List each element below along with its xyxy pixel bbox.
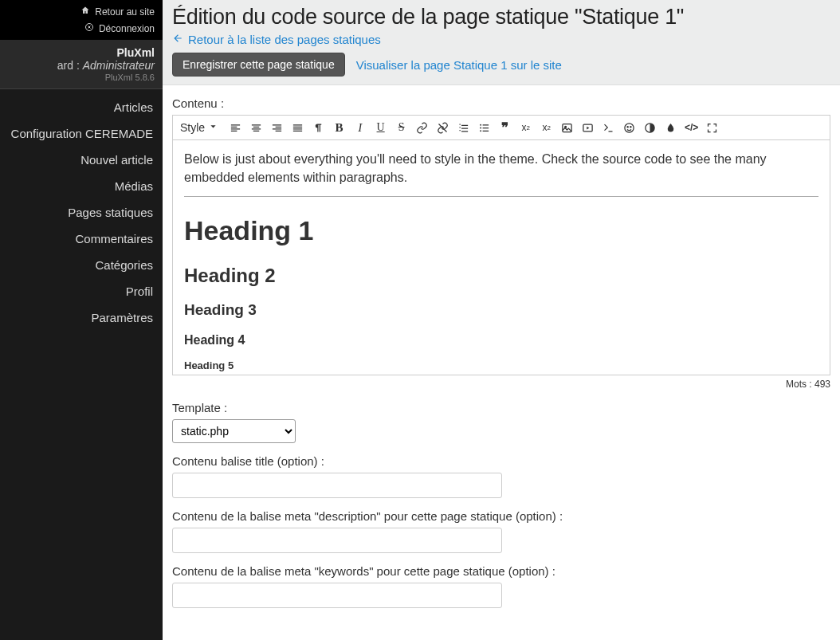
svg-point-2 <box>480 127 481 128</box>
user-role: Administrateur <box>83 59 155 72</box>
style-dropdown[interactable]: Style <box>178 119 222 136</box>
quote-icon[interactable]: ❞ <box>498 121 512 135</box>
fullscreen-icon[interactable] <box>705 121 719 135</box>
ordered-list-icon[interactable] <box>457 121 470 135</box>
user-name: ard <box>57 59 73 72</box>
editor-h4: Heading 4 <box>184 331 818 349</box>
svg-point-9 <box>630 126 631 127</box>
home-link[interactable]: Retour au site <box>8 3 155 20</box>
back-link-label: Retour à la liste des pages statiques <box>188 33 381 46</box>
back-link[interactable]: Retour à la liste des pages statiques <box>172 33 381 46</box>
meta-desc-label: Contenu de la balise meta "description" … <box>172 509 830 523</box>
code-icon[interactable]: </> <box>685 121 698 135</box>
contrast-icon[interactable] <box>643 121 657 135</box>
meta-kw-label: Contenu de la balise meta "keywords" pou… <box>172 564 830 578</box>
style-dropdown-label: Style <box>180 121 205 134</box>
meta-desc-input[interactable] <box>172 528 502 553</box>
paragraph-icon[interactable] <box>312 121 325 135</box>
sidebar-item-categories[interactable]: Catégories <box>0 252 163 278</box>
sidebar-item-articles[interactable]: Articles <box>0 94 163 120</box>
app-version: PluXml 5.8.6 <box>8 73 155 82</box>
svg-point-1 <box>480 124 481 125</box>
sidebar-item-config-ceremade[interactable]: Configuration CEREMADE <box>0 120 163 147</box>
svg-point-7 <box>625 123 634 132</box>
editor-h2: Heading 2 <box>184 262 818 290</box>
bold-icon[interactable]: B <box>332 121 346 135</box>
emoji-icon[interactable] <box>622 121 636 135</box>
align-center-icon[interactable] <box>249 121 263 135</box>
content-label: Contenu : <box>172 96 830 110</box>
logout-link-label: Déconnexion <box>99 23 155 34</box>
page-title: Édition du code source de la page statiq… <box>172 5 830 29</box>
editor-toolbar: Style B I U S ❞ x2 x2 <box>172 115 830 139</box>
template-select[interactable]: static.php <box>172 419 296 443</box>
svg-point-8 <box>627 126 628 127</box>
sidebar-item-comments[interactable]: Commentaires <box>0 226 163 252</box>
link-icon[interactable] <box>415 121 429 135</box>
logout-icon <box>84 22 94 34</box>
italic-icon[interactable]: I <box>353 121 367 135</box>
chevron-down-icon <box>207 120 219 135</box>
logout-link[interactable]: Déconnexion <box>8 20 155 37</box>
home-icon <box>80 6 90 18</box>
sidebar-nav: Articles Configuration CEREMADE Nouvel a… <box>0 89 163 331</box>
editor-h5: Heading 5 <box>184 359 818 374</box>
unordered-list-icon[interactable] <box>477 121 491 135</box>
editor-intro-text: Below is just about everything you'll ne… <box>184 150 818 187</box>
template-label: Template : <box>172 401 830 414</box>
image-icon[interactable] <box>560 121 574 135</box>
content-area: Contenu : Style B I U S ❞ <box>163 85 840 632</box>
user-role-line: ard : Administrateur <box>8 59 155 72</box>
title-tag-label: Contenu balise title (option) : <box>172 454 830 468</box>
align-left-icon[interactable] <box>229 121 242 135</box>
sidebar-item-static-pages[interactable]: Pages statiques <box>0 199 163 226</box>
view-page-link[interactable]: Visualiser la page Statique 1 sur le sit… <box>356 58 562 72</box>
sidebar: Retour au site Déconnexion PluXml ard : … <box>0 0 163 640</box>
align-right-icon[interactable] <box>270 121 284 135</box>
editor-hr <box>184 196 818 197</box>
action-row: Enregistrer cette page statique Visualis… <box>172 53 830 77</box>
editor-h3: Heading 3 <box>184 299 818 321</box>
align-justify-icon[interactable] <box>291 121 304 135</box>
sidebar-item-medias[interactable]: Médias <box>0 173 163 199</box>
sidebar-item-profile[interactable]: Profil <box>0 278 163 304</box>
strikethrough-icon[interactable]: S <box>394 121 408 135</box>
sidebar-item-new-article[interactable]: Nouvel article <box>0 147 163 173</box>
arrow-left-icon <box>172 33 183 46</box>
home-link-label: Retour au site <box>95 6 155 18</box>
app-name: PluXml <box>8 46 155 59</box>
terminal-icon[interactable] <box>602 121 615 135</box>
sidebar-top-links: Retour au site Déconnexion <box>0 0 163 40</box>
header-bar: Édition du code source de la page statiq… <box>163 0 840 85</box>
sidebar-profile: PluXml ard : Administrateur PluXml 5.8.6 <box>0 40 163 89</box>
unlink-icon[interactable] <box>436 121 449 135</box>
save-button[interactable]: Enregistrer cette page statique <box>172 53 345 77</box>
title-tag-input[interactable] <box>172 473 502 498</box>
editor-h1: Heading 1 <box>184 211 818 250</box>
editor-body[interactable]: Below is just about everything you'll ne… <box>172 139 830 375</box>
underline-icon[interactable]: U <box>374 121 387 135</box>
superscript-icon[interactable]: x2 <box>519 121 532 135</box>
video-icon[interactable] <box>581 121 595 135</box>
meta-kw-input[interactable] <box>172 583 502 608</box>
svg-point-3 <box>480 130 481 132</box>
subscript-icon[interactable]: x2 <box>540 121 553 135</box>
sidebar-item-settings[interactable]: Paramètres <box>0 304 163 331</box>
droplet-icon[interactable] <box>664 121 677 135</box>
word-count: Mots : 493 <box>172 379 830 390</box>
main: Édition du code source de la page statiq… <box>163 0 840 640</box>
